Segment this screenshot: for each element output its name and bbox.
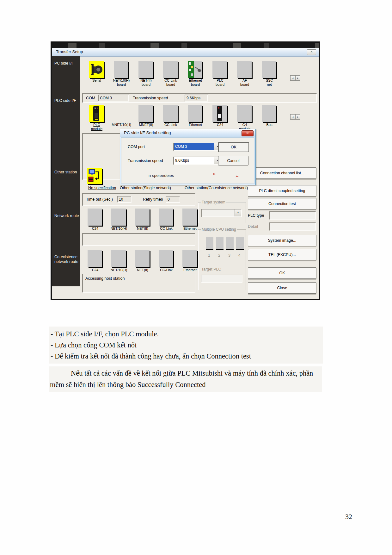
cpu-number: 1 bbox=[208, 253, 210, 258]
sidebar-label-network-route: Network route bbox=[54, 214, 79, 218]
net-route-net10h-icon[interactable] bbox=[111, 209, 126, 226]
timeout-field[interactable]: 10 bbox=[117, 196, 132, 203]
bullet-line: - Tại PLC side I/F, chọn PLC module. bbox=[51, 328, 322, 340]
com-port-label: COM port bbox=[128, 145, 145, 149]
close-button[interactable]: Close bbox=[248, 282, 316, 294]
plc-type-field bbox=[269, 211, 316, 220]
target-system-combo: ▼ bbox=[201, 209, 242, 217]
tel-fxcpu-button[interactable]: TEL (FXCPU)... bbox=[248, 249, 316, 260]
plc-item-label: MNET/10(H) bbox=[109, 123, 134, 127]
page-number: 32 bbox=[345, 513, 352, 521]
com-label: COM bbox=[86, 96, 95, 100]
transmission-speed-label: Transmission speed bbox=[133, 96, 168, 100]
net-route-ethernet-icon[interactable] bbox=[182, 209, 197, 226]
dialog-ok-button[interactable]: OK bbox=[218, 142, 249, 152]
bus-icon[interactable] bbox=[262, 105, 276, 122]
close-icon[interactable]: ✕ bbox=[307, 49, 316, 55]
target-plc-label: Target PLC bbox=[201, 267, 221, 271]
net-route-cclink-icon[interactable] bbox=[159, 209, 173, 226]
sidebar-label-plc-side: PLC side I/F bbox=[54, 98, 79, 103]
net10h-board-icon[interactable] bbox=[114, 61, 128, 78]
dialog-body: COM port COM 3 ▼ Transmission speed 9.6K… bbox=[121, 137, 254, 184]
connection-test-button[interactable]: Connection test bbox=[248, 198, 316, 209]
coex-ethernet-icon[interactable] bbox=[182, 250, 197, 267]
transmission-speed-field: 9.6Kbps bbox=[185, 95, 208, 102]
multiple-cpu-label: Multiple CPU setting bbox=[201, 227, 237, 232]
g4-module-icon[interactable] bbox=[237, 105, 252, 122]
other-station-icon[interactable] bbox=[87, 168, 102, 184]
speed-combo[interactable]: 9.6Kbps ▼ bbox=[173, 157, 221, 165]
scan-artifact-mark bbox=[213, 173, 216, 175]
scroll-right-icon: ► bbox=[295, 75, 300, 81]
net-route-netii-icon[interactable] bbox=[135, 209, 150, 226]
plc-row-scroll[interactable]: ◄► bbox=[290, 114, 300, 120]
cclink-board-icon[interactable] bbox=[163, 61, 178, 78]
netii-board-icon[interactable] bbox=[138, 61, 153, 78]
plc-item-label: PLCmodule bbox=[84, 123, 109, 131]
coex-cclink-icon[interactable] bbox=[159, 250, 173, 267]
instruction-paragraph: Nếu tất cả các vấn đề về kết nối giữa PL… bbox=[49, 366, 322, 392]
ok-button[interactable]: OK bbox=[248, 267, 316, 279]
ethernet-board-icon[interactable] bbox=[188, 61, 202, 78]
transfer-setup-window: Transfer Setup ✕ PC side I/F PLC side I/… bbox=[51, 41, 320, 300]
com-port-combo[interactable]: COM 3 ▼ bbox=[173, 143, 221, 151]
dialog-cancel-button[interactable]: Cancel bbox=[218, 156, 248, 165]
plc-item-label: CC-Link bbox=[158, 123, 183, 127]
coex-label: Ethernet bbox=[177, 268, 203, 272]
ssc-net-icon[interactable] bbox=[262, 61, 276, 78]
title-bar: Transfer Setup ✕ bbox=[52, 48, 319, 57]
link-other-station-single[interactable]: Other station(Single network) bbox=[120, 186, 171, 190]
pc-item-label: AFboard bbox=[232, 78, 257, 87]
connection-channel-list-button[interactable]: Connection channel list... bbox=[248, 167, 316, 179]
target-plc-field bbox=[201, 275, 242, 283]
plc-module-icon[interactable] bbox=[89, 105, 104, 122]
c24-icon[interactable] bbox=[212, 105, 227, 122]
serial-icon[interactable] bbox=[89, 61, 104, 78]
speed-value: 9.6Kbps bbox=[174, 157, 214, 164]
mnetii-module-icon[interactable] bbox=[138, 105, 153, 122]
net-route-label: C24 bbox=[83, 227, 108, 231]
link-no-specification[interactable]: No specification bbox=[88, 186, 116, 190]
retry-times-label: Retry times bbox=[143, 197, 163, 202]
plc-board-icon[interactable] bbox=[212, 61, 227, 78]
scroll-left-icon: ◄ bbox=[290, 114, 295, 120]
coex-label: NET(II) bbox=[130, 268, 155, 272]
cpu-slot-icon bbox=[226, 237, 234, 250]
system-image-button[interactable]: System image... bbox=[248, 235, 316, 246]
sidebar: PC side I/F PLC side I/F Other station N… bbox=[52, 56, 80, 286]
timeout-panel: Time out (Sec.) 10 Retry times 0 bbox=[82, 193, 195, 206]
target-system-group: Target system ▼ bbox=[198, 202, 246, 223]
coex-netii-icon[interactable] bbox=[135, 250, 150, 267]
dialog-title-bar: PC side I/F Serial setting ✕ bbox=[120, 129, 255, 137]
ethernet-module-icon[interactable] bbox=[188, 105, 202, 122]
scroll-right-icon: ► bbox=[295, 114, 300, 120]
accessing-host-station-box: Accessing host station bbox=[82, 274, 195, 293]
plc-item-label: Bus bbox=[257, 123, 282, 127]
instruction-bullets: - Tại PLC side I/F, chọn PLC module. - L… bbox=[49, 327, 323, 364]
speed-label: Transmission speed bbox=[128, 159, 163, 163]
plc-item-label: C24 bbox=[207, 123, 233, 127]
scan-artifact-text: n speieedeies bbox=[149, 173, 174, 178]
pc-row-scroll[interactable]: ◄► bbox=[290, 75, 300, 81]
sidebar-label-pc-side: PC side I/F bbox=[54, 61, 79, 66]
scan-artifact-mark bbox=[236, 175, 239, 178]
net-route-label: NET(II) bbox=[130, 227, 155, 231]
coex-c24-icon[interactable] bbox=[88, 250, 102, 267]
cpu-slot-icon bbox=[216, 237, 224, 250]
coex-net10h-icon[interactable] bbox=[111, 250, 126, 267]
chevron-down-icon: ▼ bbox=[235, 209, 241, 216]
close-icon[interactable]: ✕ bbox=[242, 130, 254, 136]
detail-label: Detail bbox=[248, 224, 258, 229]
pc-item-label: Ethernetboard bbox=[183, 78, 208, 87]
cclink-module-icon[interactable] bbox=[163, 105, 178, 122]
pc-item-label: NET(II)board bbox=[133, 78, 159, 87]
link-other-station-coexistence[interactable]: Other station(Co-existence network) bbox=[185, 186, 248, 190]
retry-times-field[interactable]: 0 bbox=[166, 196, 180, 203]
plc-direct-coupled-button[interactable]: PLC direct coupled setting bbox=[248, 185, 316, 196]
net-route-c24-icon[interactable] bbox=[88, 209, 102, 226]
pc-item-label: CC-Linkboard bbox=[158, 78, 183, 87]
af-board-icon[interactable] bbox=[237, 61, 252, 78]
com-settings-bar: COM COM 3 Transmission speed 9.6Kbps bbox=[82, 93, 317, 103]
net-route-label: CC-Link bbox=[154, 227, 179, 231]
multiple-cpu-group: Multiple CPU setting 1 2 3 4 Target PLC bbox=[198, 229, 246, 290]
